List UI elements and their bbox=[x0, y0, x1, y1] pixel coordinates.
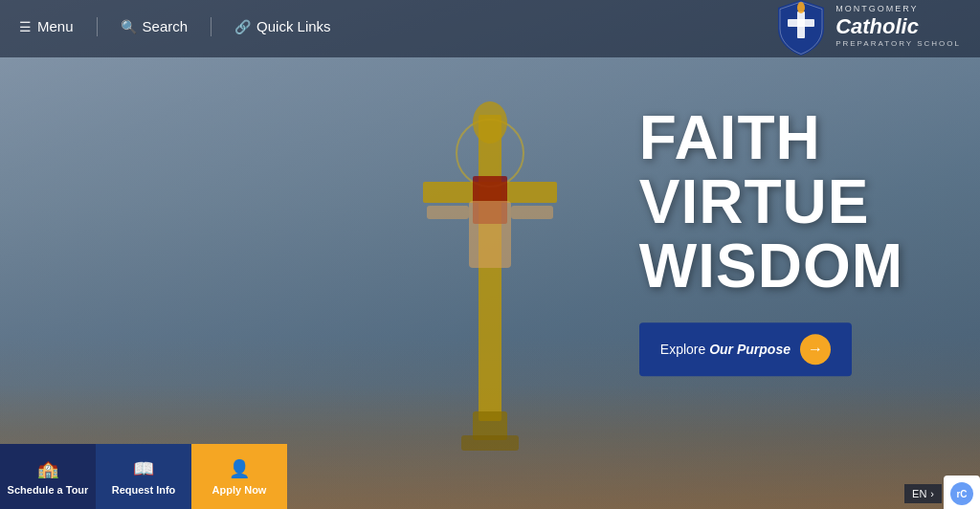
action-bar: 🏫 Schedule a Tour 📖 Request Info 👤 Apply… bbox=[0, 444, 287, 509]
tour-label: Schedule a Tour bbox=[8, 484, 89, 496]
info-label: Request Info bbox=[112, 484, 176, 496]
explore-arrow-icon: → bbox=[800, 334, 831, 365]
request-info-button[interactable]: 📖 Request Info bbox=[96, 444, 191, 509]
link-icon: 🔗 bbox=[234, 19, 251, 34]
menu-label: Menu bbox=[37, 18, 74, 34]
apply-label: Apply Now bbox=[212, 484, 267, 496]
hero-line-2: VIRTUE bbox=[639, 170, 903, 234]
menu-button[interactable]: ☰ Menu bbox=[19, 18, 74, 34]
svg-rect-6 bbox=[511, 206, 553, 219]
quicklinks-label: Quick Links bbox=[256, 18, 331, 34]
nav-divider-2 bbox=[211, 17, 212, 36]
quicklinks-button[interactable]: 🔗 Quick Links bbox=[234, 18, 331, 34]
lang-bar: EN › rC bbox=[904, 478, 980, 509]
svg-point-12 bbox=[797, 2, 805, 13]
explore-button[interactable]: Explore Our Purpose → bbox=[639, 322, 852, 376]
svg-rect-4 bbox=[469, 201, 511, 268]
hero-content: FAITH VIRTUE WISDOM Explore Our Purpose … bbox=[639, 106, 903, 376]
logo-text: MONTGOMERY Catholic PREPARATORY SCHOOL bbox=[835, 4, 961, 49]
search-label: Search bbox=[143, 18, 189, 34]
tour-icon: 🏫 bbox=[36, 457, 59, 480]
recaptcha-badge: rC bbox=[944, 476, 980, 509]
logo-montgomery: MONTGOMERY bbox=[835, 4, 961, 14]
nav-left: ☰ Menu 🔍 Search 🔗 Quick Links bbox=[19, 17, 331, 36]
menu-icon: ☰ bbox=[19, 19, 32, 34]
navigation: ☰ Menu 🔍 Search 🔗 Quick Links MONTGOMERY… bbox=[0, 0, 980, 53]
svg-rect-9 bbox=[461, 435, 519, 451]
explore-label: Explore Our Purpose bbox=[660, 342, 791, 357]
svg-rect-5 bbox=[427, 206, 469, 219]
svg-rect-11 bbox=[788, 19, 814, 27]
hero-line-3: WISDOM bbox=[639, 235, 903, 299]
apply-icon: 👤 bbox=[228, 457, 251, 480]
logo-prep: PREPARATORY SCHOOL bbox=[835, 39, 961, 49]
schedule-tour-button[interactable]: 🏫 Schedule a Tour bbox=[0, 444, 96, 509]
cross-image bbox=[385, 29, 595, 469]
search-button[interactable]: 🔍 Search bbox=[121, 18, 189, 34]
info-icon: 📖 bbox=[132, 457, 155, 480]
lang-arrow: › bbox=[930, 488, 934, 499]
search-icon: 🔍 bbox=[121, 19, 137, 34]
nav-divider-1 bbox=[97, 17, 98, 36]
lang-current: EN bbox=[912, 488, 926, 499]
apply-now-button[interactable]: 👤 Apply Now bbox=[191, 444, 287, 509]
logo-shield bbox=[776, 0, 826, 55]
hero-line-1: FAITH bbox=[639, 106, 903, 170]
logo-area: MONTGOMERY Catholic PREPARATORY SCHOOL bbox=[776, 0, 961, 55]
svg-point-7 bbox=[473, 101, 507, 144]
logo-catholic: Catholic bbox=[835, 14, 961, 39]
hero-tagline: FAITH VIRTUE WISDOM bbox=[639, 106, 903, 299]
svg-text:rC: rC bbox=[956, 489, 967, 499]
language-selector[interactable]: EN › bbox=[904, 484, 942, 503]
